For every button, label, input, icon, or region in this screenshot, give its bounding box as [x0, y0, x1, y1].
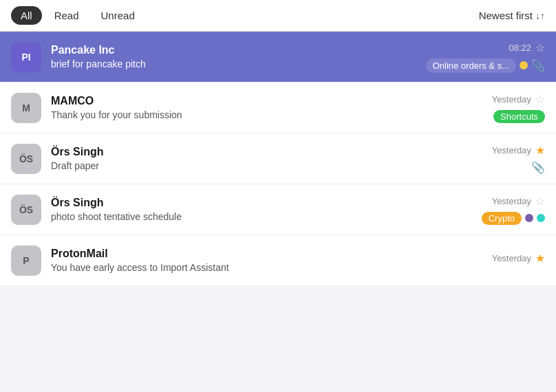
tag-pill: Online orders & s...: [426, 58, 516, 73]
tags-row: 📎: [531, 161, 545, 174]
email-time: Yesterday: [492, 145, 531, 155]
email-content: Örs Singh photo shoot tentative schedule: [51, 197, 473, 222]
star-icon[interactable]: ☆: [535, 195, 545, 208]
email-preview: You have early access to Import Assistan…: [51, 262, 484, 273]
avatar: ÖS: [11, 144, 41, 174]
email-item[interactable]: ÖS Örs Singh photo shoot tentative sched…: [0, 184, 556, 235]
tag-label: Online orders & s...: [433, 61, 509, 71]
sort-label: Newest first: [479, 10, 533, 21]
avatar: P: [11, 246, 41, 276]
email-content: MAMCO Thank you for your submission: [51, 95, 484, 120]
email-preview: Thank you for your submission: [51, 109, 484, 120]
dot-yellow: [520, 61, 528, 69]
email-sender: MAMCO: [51, 95, 484, 107]
email-time-row: Yesterday ☆: [492, 195, 545, 208]
clip-icon: 📎: [531, 161, 545, 174]
tags-row: Crypto: [482, 212, 545, 225]
clip-icon: 📎: [531, 59, 545, 72]
filter-tabs: All Read Unread: [11, 6, 145, 25]
email-sender: Örs Singh: [51, 197, 473, 209]
avatar: M: [11, 93, 41, 123]
email-time: Yesterday: [492, 196, 531, 206]
tag-crypto: Crypto: [482, 212, 522, 225]
tags-row: Online orders & s... 📎: [426, 58, 545, 73]
filter-bar: All Read Unread Newest first ↓↑: [0, 0, 556, 32]
email-list: PI Pancake Inc brief for pancake pitch 0…: [0, 32, 556, 286]
email-time: Yesterday: [492, 94, 531, 105]
star-icon[interactable]: ★: [535, 144, 545, 157]
star-icon[interactable]: ☆: [535, 41, 545, 54]
tab-unread[interactable]: Unread: [92, 6, 145, 25]
email-preview: brief for pancake pitch: [51, 58, 418, 69]
email-item[interactable]: PI Pancake Inc brief for pancake pitch 0…: [0, 32, 556, 83]
email-meta: Yesterday ☆ Crypto: [482, 195, 545, 225]
avatar: PI: [11, 42, 41, 72]
email-preview: photo shoot tentative schedule: [51, 211, 473, 222]
email-time-row: Yesterday ★: [492, 144, 545, 157]
dot-teal: [537, 214, 545, 222]
dot-purple: [525, 214, 533, 222]
sort-button[interactable]: Newest first ↓↑: [479, 10, 545, 21]
email-content: Örs Singh Draft paper: [51, 146, 484, 171]
tag-shortcuts: Shortcuts: [493, 110, 545, 123]
email-time: 08:22: [509, 43, 531, 53]
avatar: ÖS: [11, 195, 41, 225]
email-item[interactable]: ÖS Örs Singh Draft paper Yesterday ★ 📎: [0, 133, 556, 184]
email-meta: Yesterday ☆ Shortcuts: [492, 93, 545, 123]
email-time-row: 08:22 ☆: [509, 41, 545, 54]
tab-read[interactable]: Read: [45, 6, 89, 25]
email-sender: ProtonMail: [51, 248, 484, 260]
email-item[interactable]: P ProtonMail You have early access to Im…: [0, 235, 556, 286]
email-meta: Yesterday ★ 📎: [492, 144, 545, 174]
email-time-row: Yesterday ★: [492, 252, 545, 265]
tags-row: Shortcuts: [493, 110, 545, 123]
email-time: Yesterday: [492, 253, 531, 263]
star-icon[interactable]: ☆: [535, 93, 545, 106]
email-item[interactable]: M MAMCO Thank you for your submission Ye…: [0, 83, 556, 133]
email-sender: Örs Singh: [51, 146, 484, 158]
email-preview: Draft paper: [51, 160, 484, 171]
star-icon[interactable]: ★: [535, 252, 545, 265]
email-time-row: Yesterday ☆: [492, 93, 545, 106]
tab-all[interactable]: All: [11, 6, 42, 25]
sort-icon: ↓↑: [535, 10, 545, 21]
email-sender: Pancake Inc: [51, 44, 418, 56]
email-content: Pancake Inc brief for pancake pitch: [51, 44, 418, 69]
email-meta: 08:22 ☆ Online orders & s... 📎: [426, 41, 545, 73]
email-content: ProtonMail You have early access to Impo…: [51, 248, 484, 273]
email-meta: Yesterday ★: [492, 252, 545, 269]
